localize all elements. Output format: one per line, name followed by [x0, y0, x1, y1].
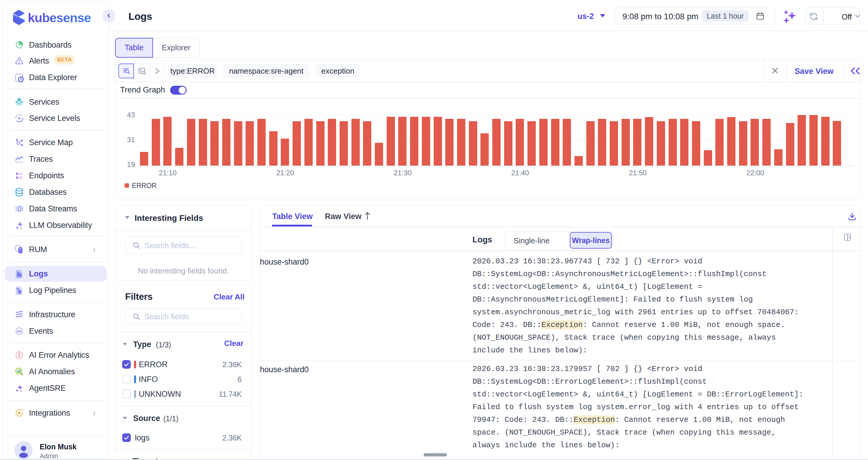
svg-text:K8: K8 [17, 330, 21, 333]
